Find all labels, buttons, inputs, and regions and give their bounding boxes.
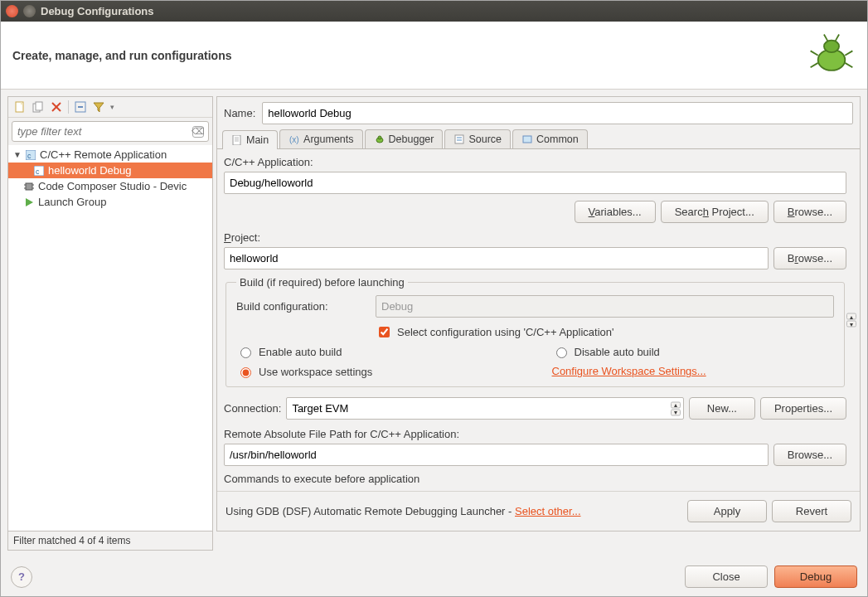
- debug-button[interactable]: Debug: [774, 565, 857, 588]
- disable-auto-build-radio[interactable]: Disable auto build: [552, 345, 835, 358]
- chevron-down-icon[interactable]: ▼: [13, 150, 22, 159]
- svg-point-1: [824, 41, 839, 53]
- connection-combo[interactable]: [286, 397, 684, 420]
- c-app-icon: c: [33, 165, 45, 177]
- remote-path-label: Remote Absolute File Path for C/C++ Appl…: [224, 428, 846, 440]
- tree-label: C/C++ Remote Application: [40, 148, 167, 161]
- tree-item-cpp-remote[interactable]: ▼ c C/C++ Remote Application: [8, 147, 212, 163]
- svg-line-6: [824, 34, 828, 41]
- window-title: Debug Configurations: [41, 5, 154, 17]
- svg-line-7: [836, 34, 840, 41]
- svg-point-30: [378, 136, 381, 139]
- new-config-icon[interactable]: [13, 100, 27, 114]
- svg-rect-31: [455, 135, 463, 143]
- connection-properties-button[interactable]: Properties...: [760, 397, 846, 420]
- filter-input[interactable]: [12, 121, 209, 142]
- tab-source[interactable]: Source: [444, 129, 511, 148]
- play-icon: [23, 197, 35, 208]
- filter-config-icon[interactable]: [92, 100, 105, 114]
- delete-config-icon[interactable]: [50, 100, 63, 114]
- config-toolbar: ▾: [8, 97, 212, 118]
- config-tree[interactable]: ▼ c C/C++ Remote Application c helloworl…: [8, 145, 212, 531]
- c-app-icon: c: [25, 149, 36, 161]
- remote-path-input[interactable]: [224, 444, 769, 466]
- svg-rect-34: [523, 136, 531, 143]
- build-config-combo: [376, 295, 834, 318]
- search-project-button[interactable]: Search Project...: [661, 201, 769, 223]
- project-input[interactable]: [224, 247, 769, 269]
- build-group: Build (if required) before launching Bui…: [225, 276, 845, 387]
- svg-line-3: [811, 63, 818, 67]
- launcher-info: Using GDB (DSF) Automatic Remote Debuggi…: [225, 505, 581, 517]
- tree-label: Launch Group: [38, 196, 106, 208]
- tab-label: Arguments: [303, 133, 353, 145]
- header: Create, manage, and run configurations: [1, 22, 867, 90]
- app-label: C/C++ Application:: [224, 156, 846, 168]
- filter-status: Filter matched 4 of 4 items: [7, 531, 213, 551]
- config-name-input[interactable]: [262, 102, 853, 124]
- common-icon: [521, 133, 533, 145]
- select-config-checkbox[interactable]: Select configuration using 'C/C++ Applic…: [376, 324, 834, 340]
- build-config-label: Build configuration:: [236, 300, 369, 313]
- build-group-legend: Build (if required) before launching: [236, 276, 408, 289]
- tree-item-ccs[interactable]: Code Composer Studio - Devic: [8, 178, 212, 194]
- tab-common[interactable]: Common: [512, 129, 588, 148]
- browse-project-button[interactable]: Browse...: [773, 247, 846, 269]
- select-launcher-link[interactable]: Select other...: [515, 505, 581, 517]
- new-connection-button[interactable]: New...: [689, 397, 755, 420]
- chevron-down-icon[interactable]: ▾: [671, 409, 681, 415]
- window-minimize-icon[interactable]: [23, 5, 36, 17]
- tree-item-helloworld-debug[interactable]: c helloworld Debug: [8, 163, 212, 178]
- tab-debugger[interactable]: Debugger: [365, 129, 444, 148]
- enable-auto-build-radio[interactable]: Enable auto build: [236, 345, 519, 358]
- project-label: Project:: [224, 231, 846, 244]
- svg-rect-19: [26, 183, 32, 190]
- page-title: Create, manage, and run configurations: [12, 49, 232, 62]
- configurations-pane: ▾ ⌫ ▼ c C/C++ Remote Application c hello…: [7, 96, 213, 531]
- chip-icon: [23, 181, 35, 192]
- name-label: Name:: [224, 107, 255, 119]
- svg-line-5: [845, 63, 852, 67]
- args-icon: (x): [289, 133, 300, 145]
- browse-remote-button[interactable]: Browse...: [773, 444, 846, 466]
- tree-item-launch-group[interactable]: Launch Group: [8, 194, 212, 210]
- tab-arguments[interactable]: (x) Arguments: [279, 129, 362, 148]
- configure-workspace-link[interactable]: Configure Workspace Settings...: [552, 365, 835, 377]
- window-close-icon[interactable]: [6, 5, 18, 17]
- clear-filter-icon[interactable]: ⌫: [192, 126, 204, 138]
- tree-label: Code Composer Studio - Devic: [38, 180, 187, 192]
- titlebar: Debug Configurations: [1, 1, 867, 22]
- tab-content-main: C/C++ Application: VVariables...ariables…: [217, 149, 860, 491]
- config-detail-pane: Name: Main (x) Arguments Debugger: [216, 96, 861, 531]
- svg-line-4: [845, 51, 852, 55]
- revert-button[interactable]: Revert: [772, 500, 851, 522]
- tab-main[interactable]: Main: [222, 130, 278, 149]
- browse-app-button[interactable]: Browse...: [773, 201, 846, 223]
- svg-rect-24: [233, 135, 240, 145]
- svg-rect-10: [36, 102, 42, 110]
- svg-text:c: c: [27, 152, 32, 160]
- duplicate-config-icon[interactable]: [32, 100, 45, 114]
- svg-text:c: c: [36, 167, 40, 176]
- tree-label: helloworld Debug: [48, 164, 131, 177]
- commands-label: Commands to execute before application: [224, 473, 846, 485]
- help-button[interactable]: ?: [11, 566, 32, 588]
- tab-label: Source: [468, 133, 502, 145]
- svg-text:(x): (x): [289, 135, 299, 144]
- connection-label: Connection:: [224, 402, 281, 415]
- bug-icon: [374, 133, 386, 145]
- chevron-down-icon: ▾: [846, 321, 856, 328]
- app-path-input[interactable]: [224, 172, 846, 194]
- apply-button[interactable]: Apply: [687, 500, 767, 522]
- close-button[interactable]: Close: [685, 565, 768, 588]
- chevron-up-icon[interactable]: ▴: [671, 401, 681, 408]
- use-workspace-radio[interactable]: Use workspace settings: [236, 365, 519, 378]
- variables-button[interactable]: VVariables...ariables...: [575, 201, 656, 223]
- source-icon: [453, 133, 465, 145]
- debug-bug-icon: [807, 30, 856, 80]
- collapse-all-icon[interactable]: [74, 100, 87, 114]
- toolbar-separator: [68, 100, 69, 114]
- tab-label: Common: [536, 133, 579, 145]
- tab-label: Main: [246, 134, 269, 146]
- tab-label: Debugger: [389, 133, 434, 145]
